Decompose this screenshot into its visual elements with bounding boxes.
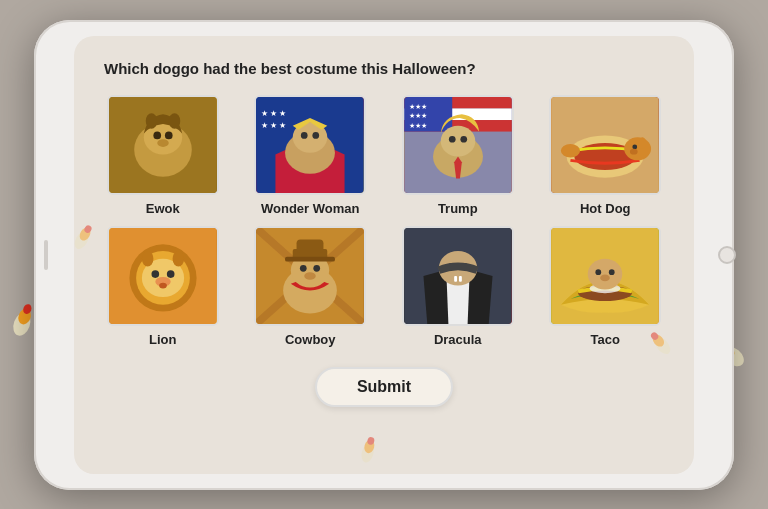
costume-label-hot-dog: Hot Dog [580, 201, 631, 216]
svg-rect-96 [454, 276, 457, 282]
costume-image-cowboy [254, 226, 366, 326]
costume-image-trump: ★★★ ★★★ ★★★ [402, 95, 514, 195]
svg-point-58 [449, 135, 456, 142]
svg-rect-97 [459, 276, 462, 282]
costume-image-wonder-woman: ★ ★ ★ ★ ★ ★ [254, 95, 366, 195]
svg-point-85 [314, 264, 321, 271]
svg-point-102 [596, 269, 602, 275]
svg-point-40 [169, 113, 181, 128]
svg-text:★★★: ★★★ [409, 121, 427, 128]
svg-point-36 [153, 131, 161, 139]
costume-grid: Ewok ★ ★ ★ ★ ★ ★ [94, 95, 674, 347]
costume-item-dracula[interactable]: Dracula [389, 226, 527, 347]
svg-point-47 [313, 132, 320, 139]
costume-item-trump[interactable]: ★★★ ★★★ ★★★ Trump [389, 95, 527, 216]
svg-point-31 [363, 438, 376, 454]
dog-trump-icon: ★★★ ★★★ ★★★ [404, 97, 512, 193]
svg-point-26 [83, 224, 93, 234]
svg-point-37 [165, 131, 173, 139]
svg-point-39 [145, 113, 157, 128]
svg-point-86 [304, 272, 316, 280]
costume-image-lion [107, 226, 219, 326]
submit-button[interactable]: Submit [315, 367, 453, 407]
dog-hot-dog-icon [551, 97, 659, 193]
dog-dracula-icon [404, 228, 512, 324]
svg-point-63 [624, 137, 651, 160]
svg-point-38 [157, 139, 169, 147]
dog-taco-icon [551, 228, 659, 324]
costume-label-taco: Taco [591, 332, 620, 347]
svg-point-84 [300, 264, 307, 271]
svg-point-103 [609, 269, 615, 275]
svg-point-76 [142, 251, 154, 266]
costume-label-dracula: Dracula [434, 332, 482, 347]
dog-wonder-woman-icon: ★ ★ ★ ★ ★ ★ [256, 97, 364, 193]
costume-item-wonder-woman[interactable]: ★ ★ ★ ★ ★ ★ Wonder Woman [242, 95, 380, 216]
costume-label-wonder-woman: Wonder Woman [261, 201, 359, 216]
svg-point-30 [359, 442, 375, 464]
costume-item-ewok[interactable]: Ewok [94, 95, 232, 216]
screen: Which doggo had the best costume this Ha… [74, 36, 694, 474]
svg-point-24 [74, 228, 92, 251]
svg-point-75 [159, 282, 167, 288]
costume-item-lion[interactable]: Lion [94, 226, 232, 347]
dog-cowboy-icon [256, 228, 364, 324]
svg-point-32 [367, 436, 376, 445]
dog-ewok-icon [109, 97, 217, 193]
svg-point-59 [460, 135, 467, 142]
svg-point-73 [167, 270, 175, 278]
svg-point-104 [600, 274, 610, 281]
dog-lion-icon [109, 228, 217, 324]
svg-text:★ ★ ★: ★ ★ ★ [261, 109, 286, 118]
costume-image-taco [549, 226, 661, 326]
svg-point-66 [639, 137, 647, 149]
tablet-frame: Which doggo had the best costume this Ha… [34, 20, 734, 490]
svg-point-65 [630, 148, 638, 154]
costume-image-ewok [107, 95, 219, 195]
svg-text:★ ★ ★: ★ ★ ★ [261, 120, 286, 129]
svg-text:★★★: ★★★ [409, 102, 427, 109]
svg-point-67 [561, 144, 580, 157]
question-text: Which doggo had the best costume this Ha… [94, 60, 674, 77]
costume-label-ewok: Ewok [146, 201, 180, 216]
costume-item-cowboy[interactable]: Cowboy [242, 226, 380, 347]
costume-label-cowboy: Cowboy [285, 332, 336, 347]
costume-item-hot-dog[interactable]: Hot Dog [537, 95, 675, 216]
svg-text:★★★: ★★★ [409, 112, 427, 119]
svg-rect-89 [297, 239, 324, 252]
costume-image-dracula [402, 226, 514, 326]
costume-label-lion: Lion [149, 332, 176, 347]
svg-point-64 [633, 144, 638, 149]
costume-image-hot-dog [549, 95, 661, 195]
svg-point-57 [440, 125, 475, 156]
svg-point-72 [151, 270, 159, 278]
svg-rect-88 [285, 256, 335, 261]
submit-row: Submit [315, 367, 453, 407]
costume-item-taco[interactable]: Taco [537, 226, 675, 347]
svg-point-101 [588, 258, 623, 289]
svg-point-46 [301, 132, 308, 139]
svg-point-77 [172, 251, 184, 266]
svg-point-25 [77, 225, 92, 242]
costume-label-trump: Trump [438, 201, 478, 216]
